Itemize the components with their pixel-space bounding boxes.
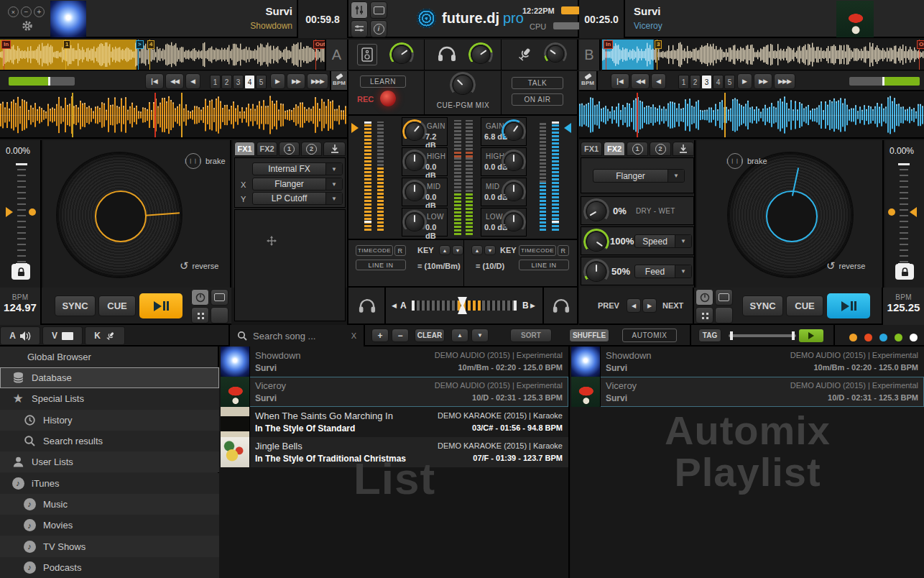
microphone-icon[interactable] [516,46,533,63]
tag-play-button[interactable] [799,329,823,342]
timecode-b-r-button[interactable]: R [558,245,569,256]
fx-a-xy-pad[interactable] [234,209,346,321]
view-window-button[interactable] [370,1,387,19]
hotcue-3-button[interactable]: 3 [233,75,244,89]
sidebar-item-user-lists[interactable]: User Lists [0,451,219,472]
window-zoom-button[interactable]: + [34,6,45,17]
deck-a-pitch-handle[interactable] [6,207,13,217]
zoom-out-button[interactable]: − [392,329,409,342]
key-a-down-button[interactable]: ▼ [452,245,463,255]
deck-a-sync-button[interactable]: SYNC [55,295,96,316]
track-row-viceroy[interactable]: ViceroySurviDEMO AUDIO (2015) | Experime… [221,377,568,407]
info-button[interactable]: i [370,20,387,37]
deck-a-view-extra-button[interactable] [211,307,228,324]
window-close-button[interactable]: × [8,6,19,17]
fx-a-engine-dropdown[interactable]: Internal FX▼ [252,162,343,175]
deck-b-skip-start-button[interactable]: |◀ [611,73,629,89]
line-in-b-button[interactable]: LINE IN [519,260,569,270]
high-a-knob[interactable] [406,153,423,170]
hotcue-1-button[interactable]: 1 [678,75,689,89]
fx-a-slot1-tab[interactable]: 1 [279,142,300,156]
deck-b-play-button[interactable] [827,293,870,318]
deck-b-sync-button[interactable]: SYNC [742,295,783,316]
hotcue-4-button[interactable]: 4 [244,75,255,89]
view-mixer-button[interactable] [351,1,368,19]
fx-b-download-tab[interactable] [673,142,694,156]
deck-a-bpm-tap-button[interactable]: BPM [330,71,347,90]
deck-a-rewind-button[interactable]: ◀ [185,73,200,89]
hotcue-5-button[interactable]: 5 [724,75,735,89]
deck-a-skip-start-button[interactable]: |◀ [145,73,164,89]
fx-b-drywet-knob[interactable] [587,202,606,221]
cue-marker-1[interactable]: 1 [63,40,70,49]
fx-a-y-dropdown[interactable]: LP Cutoff▼ [252,192,343,205]
timecode-a-button[interactable]: TIMECODE [356,245,393,256]
sidebar-item-podcasts[interactable]: ♪Podcasts [0,557,219,578]
hotcue-2-button[interactable]: 2 [690,75,701,89]
deck-b-forward-faster-button[interactable]: ▶▶▶ [774,73,795,89]
fx-a-x-dropdown[interactable]: Flanger▼ [252,178,343,191]
deck-a-cue-button[interactable]: CUE [98,295,136,316]
low-a-knob[interactable] [406,214,423,231]
record-button[interactable] [380,91,396,106]
cue-a-headphones-icon[interactable] [359,298,376,313]
deck-a-forward-faster-button[interactable]: ▶▶▶ [307,73,328,89]
window-minimize-button[interactable]: − [21,6,32,17]
learn-button[interactable]: LEARN [360,75,406,88]
key-b-up-button[interactable]: ▲ [471,245,483,255]
fx-b-speed-dropdown[interactable]: Speed▼ [634,234,692,248]
fx-b-tab-fx1[interactable]: FX1 [581,142,602,156]
channel-a-fader-handle[interactable] [351,123,359,133]
automix-button[interactable]: AUTOMIX [622,329,677,342]
sidebar-item-search-results[interactable]: Search results [0,431,219,451]
clear-button[interactable]: CLEAR [415,329,445,342]
deck-b-pitch-slider[interactable] [900,163,908,265]
deck-b-reverse-button[interactable]: ↺ reverse [826,260,865,272]
fx-a-slot2-tab[interactable]: 2 [301,142,322,156]
sidebar-item-movies[interactable]: ♪Movies [0,515,219,536]
sort-button[interactable]: SORT [510,329,552,342]
deck-b-pitch-lock-button[interactable] [895,264,914,280]
move-up-button[interactable]: ▲ [451,329,468,342]
view-eq-button[interactable] [351,20,368,37]
fx-b-effect-dropdown[interactable]: Flanger▼ [593,169,685,183]
deck-b-view-grid-button[interactable] [696,307,713,324]
shuffle-button[interactable]: SHUFFLE [569,329,609,342]
cue-marker-in[interactable]: In [604,40,613,49]
hotcue-4-button[interactable]: 4 [713,75,724,89]
tag-button[interactable]: TAG [698,329,721,342]
deck-a-pitch-lock-button[interactable] [11,264,30,280]
search-clear-button[interactable]: X [351,331,356,340]
mid-a-knob[interactable] [406,183,423,201]
move-down-button[interactable]: ▼ [471,329,489,342]
low-b-knob[interactable] [505,214,522,231]
deck-a-reverse-button[interactable]: ↺ reverse [180,260,218,272]
sidebar-item-itunes[interactable]: ♪iTunes [0,473,219,494]
cue-marker--[interactable]: > [136,40,144,49]
deck-b-view-extra-button[interactable] [715,307,733,324]
key-b-down-button[interactable]: ▼ [484,245,496,255]
channel-b-fader-handle[interactable] [564,123,571,133]
deck-b-overview-waveform[interactable]: In3Out [602,40,924,70]
cue-marker-out[interactable]: Out [313,40,325,49]
settings-gear-icon[interactable] [22,20,33,32]
fx-a-tab-fx2[interactable]: FX2 [257,142,277,156]
mid-b-knob[interactable] [505,183,522,201]
tag-color-dot-1[interactable] [849,334,857,341]
deck-a-pitch-slider[interactable] [17,163,26,265]
deck-b-time[interactable]: 00:25.0 [579,0,625,38]
fx-b-slot1-tab[interactable]: 1 [627,142,648,156]
hotcue-5-button[interactable]: 5 [256,75,267,89]
sidebar-item-history[interactable]: History [0,410,219,431]
deck-b-rewind-fast-button[interactable]: ◀◀ [631,73,650,89]
xfade-a-arrow[interactable]: ◀ [392,302,397,309]
tag-color-dot-4[interactable] [895,334,902,341]
track-row-viceroy[interactable]: ViceroySurviDEMO AUDIO (2015) | Experime… [571,377,924,407]
xfade-b-arrow[interactable]: ▶ [530,302,535,309]
tag-color-dot-5[interactable] [910,334,918,341]
mic-volume-knob[interactable] [548,46,563,62]
zoom-in-button[interactable]: + [371,329,389,342]
sidebar-item-special-lists[interactable]: ★Special Lists [0,388,219,409]
search-box[interactable]: Search song ... X [230,325,364,347]
fx-b-feed-knob[interactable] [587,262,606,281]
